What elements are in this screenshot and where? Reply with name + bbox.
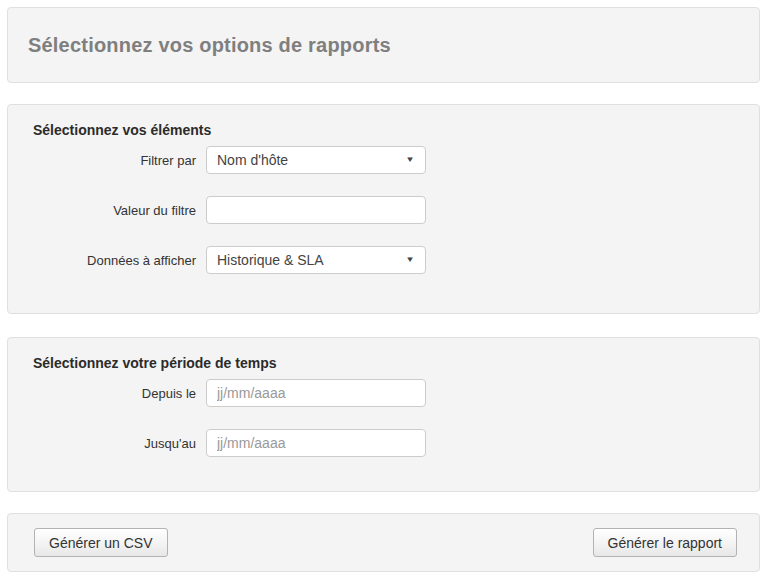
filter-value-row: Valeur du filtre bbox=[8, 196, 759, 224]
date-to-row: Jusqu'au bbox=[8, 429, 759, 457]
filter-by-select[interactable]: Nom d'hôte ▼ bbox=[206, 146, 426, 174]
data-to-display-select[interactable]: Historique & SLA ▼ bbox=[206, 246, 426, 274]
elements-panel: Sélectionnez vos éléments Filtrer par No… bbox=[7, 104, 760, 314]
chevron-down-icon: ▼ bbox=[405, 256, 415, 264]
generate-report-button[interactable]: Générer le rapport bbox=[593, 528, 737, 557]
period-panel-heading: Sélectionnez votre période de temps bbox=[33, 355, 759, 371]
filter-value-label: Valeur du filtre bbox=[33, 203, 196, 218]
filter-by-selected-value: Nom d'hôte bbox=[217, 152, 288, 168]
report-options-page: Sélectionnez vos options de rapports Sél… bbox=[0, 0, 767, 579]
page-title: Sélectionnez vos options de rapports bbox=[28, 34, 391, 57]
date-from-input[interactable] bbox=[206, 379, 426, 407]
date-to-label: Jusqu'au bbox=[33, 436, 196, 451]
filter-by-label: Filtrer par bbox=[33, 153, 196, 168]
filter-value-input[interactable] bbox=[206, 196, 426, 224]
filter-by-row: Filtrer par Nom d'hôte ▼ bbox=[8, 146, 759, 174]
date-from-label: Depuis le bbox=[33, 386, 196, 401]
data-to-display-label: Données à afficher bbox=[33, 253, 196, 268]
chevron-down-icon: ▼ bbox=[405, 156, 415, 164]
data-to-display-selected-value: Historique & SLA bbox=[217, 252, 324, 268]
data-to-display-row: Données à afficher Historique & SLA ▼ bbox=[8, 246, 759, 274]
page-header: Sélectionnez vos options de rapports bbox=[7, 7, 760, 83]
elements-panel-heading: Sélectionnez vos éléments bbox=[33, 122, 759, 138]
date-to-input[interactable] bbox=[206, 429, 426, 457]
actions-panel: Générer un CSV Générer le rapport bbox=[7, 513, 760, 572]
period-panel: Sélectionnez votre période de temps Depu… bbox=[7, 337, 760, 492]
date-from-row: Depuis le bbox=[8, 379, 759, 407]
generate-csv-button[interactable]: Générer un CSV bbox=[34, 528, 168, 557]
